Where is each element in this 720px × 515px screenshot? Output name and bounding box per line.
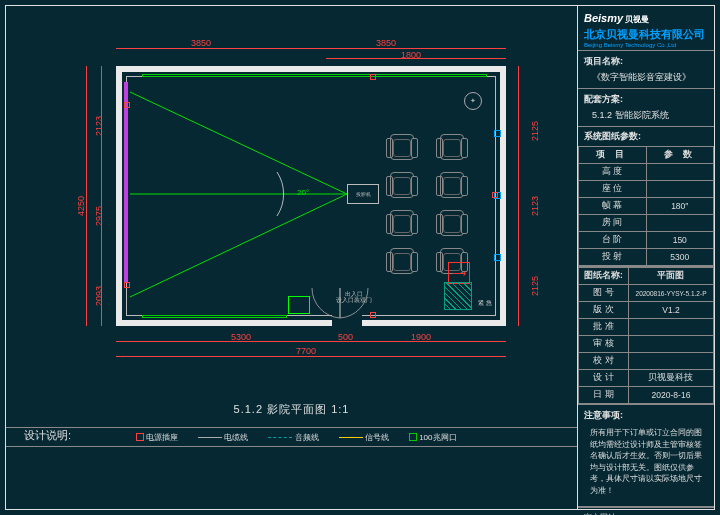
speaker-right-1: [494, 130, 501, 137]
dim-top-a: 3850: [191, 38, 211, 48]
param-v: [646, 215, 714, 232]
outlet: [370, 74, 376, 80]
legend-net: 100兆网口: [409, 432, 457, 443]
project-label: 项目名称:: [584, 55, 708, 68]
outlet: [124, 102, 130, 108]
dim-top-c: 1800: [401, 50, 421, 60]
logo-brand: Beismy: [584, 12, 623, 24]
sheet-v: 2020-8-16: [628, 387, 713, 404]
notes-cell: 注意事项: 所有用于下订单或订立合同的图纸均需经过设计师及主管审核签名确认后才生…: [578, 405, 714, 507]
drawing-title: 5.1.2 影院平面图 1:1: [6, 402, 577, 417]
param-v: 180″: [646, 198, 714, 215]
hatch-label: 紧 急: [478, 299, 492, 308]
outlet: [370, 312, 376, 318]
legend-audio: 音频线: [268, 432, 318, 443]
dim-top-b: 3850: [376, 38, 396, 48]
sheet-v: [628, 353, 713, 370]
door-label: 出入口设入口装双门: [332, 291, 376, 304]
legend-cable: 电缆线: [198, 432, 248, 443]
dim-line-left: [86, 66, 87, 326]
sheet-k: 校 对: [579, 353, 629, 370]
params-label: 系统图纸参数:: [578, 130, 714, 146]
param-k: 投 射: [579, 249, 647, 266]
param-v: 5300: [646, 249, 714, 266]
dim-left-a: 2123: [94, 116, 104, 136]
dim-line-bot1: [116, 341, 506, 342]
dim-bot-b: 500: [338, 332, 353, 342]
project-value: 《数字智能影音室建设》: [584, 71, 708, 84]
dim-right-a: 2125: [530, 121, 540, 141]
dim-line-top: [116, 48, 506, 49]
room-outline: 20° 投影机: [116, 66, 506, 326]
params-head-item: 项 目: [579, 147, 647, 164]
floor-hatch: [444, 282, 472, 310]
dim-bot-total: 7700: [296, 346, 316, 356]
sheet-k: 日 期: [579, 387, 629, 404]
sheet-k: 批 准: [579, 319, 629, 336]
seat: [440, 172, 464, 198]
projection-screen: [124, 82, 128, 282]
dim-left-b: 4250: [76, 196, 86, 216]
notes-body: 所有用于下订单或订立合同的图纸均需经过设计师及主管审核签名确认后才生效。否则一切…: [584, 422, 708, 502]
logo: Beismy贝视曼: [584, 12, 708, 25]
dim-left-c: 2975: [94, 206, 104, 226]
dim-bot-c: 1900: [411, 332, 431, 342]
sheet-v: 20200816-YYSY-5.1.2-P: [628, 285, 713, 302]
param-k: 帧 幕: [579, 198, 647, 215]
params-cell: 系统图纸参数: 项 目参 数 高 度 座 位 帧 幕180″ 房 间 台 阶15…: [578, 127, 714, 267]
dim-right-c: 2125: [530, 276, 540, 296]
floor-box: [288, 296, 310, 314]
dim-line-bot2: [116, 356, 506, 357]
drawing-frame: 3850 3850 1800 4250 2123 2975 2093 2125 …: [5, 5, 715, 510]
sheet-v: 贝视曼科技: [628, 370, 713, 387]
seat: [390, 210, 414, 236]
param-v: [646, 164, 714, 181]
scheme-value: 5.1.2 智能影院系统: [584, 109, 708, 122]
sheet-name-value: 平面图: [628, 268, 713, 285]
seat: [440, 134, 464, 160]
logo-brand-cn: 贝视曼: [625, 15, 649, 24]
company-name-cn: 北京贝视曼科技有限公司: [584, 27, 708, 42]
sheet-k: 审 核: [579, 336, 629, 353]
sheet-k: 版 次: [579, 302, 629, 319]
title-block-header: Beismy贝视曼 北京贝视曼科技有限公司 Beijing Beismy Tec…: [578, 6, 714, 51]
beam-angle: 20°: [297, 188, 309, 197]
rail-bottom-left: [142, 315, 287, 318]
params-table: 项 目参 数 高 度 座 位 帧 幕180″ 房 间 台 阶150 投 射530…: [578, 146, 714, 266]
company-name-en: Beijing Beismy Technology Co.,Ltd: [584, 42, 708, 48]
dim-right-b: 2123: [530, 196, 540, 216]
sheet-k: 图 号: [579, 285, 629, 302]
scheme-label: 配套方案:: [584, 93, 708, 106]
sheet-name-label: 图纸名称:: [579, 268, 629, 285]
seat: [390, 134, 414, 160]
seat: [440, 210, 464, 236]
dim-left-d: 2093: [94, 286, 104, 306]
wall-clock-icon: ✦: [464, 92, 482, 110]
dim-line-right: [518, 66, 519, 326]
param-k: 房 间: [579, 215, 647, 232]
main-column: 3850 3850 1800 4250 2123 2975 2093 2125 …: [6, 6, 577, 509]
params-head-val: 参 数: [646, 147, 714, 164]
legend-row: 电源插座 电缆线 音频线 信号线 100兆网口: [6, 427, 577, 447]
sheet-v: [628, 319, 713, 336]
seat: [390, 172, 414, 198]
outlet: [124, 282, 130, 288]
footer: 官方网站: http://www.beismy.com: [578, 507, 714, 515]
sheet-table: 图纸名称:平面图 图 号20200816-YYSY-5.1.2-P 版 次V1.…: [578, 267, 714, 404]
dim-bot-a: 5300: [231, 332, 251, 342]
legend-outlet: 电源插座: [136, 432, 178, 443]
param-v: 150: [646, 232, 714, 249]
seat: [390, 248, 414, 274]
exit-sign-icon: ⟶: [448, 262, 470, 284]
drawing-area: 3850 3850 1800 4250 2123 2975 2093 2125 …: [6, 6, 577, 509]
param-k: 座 位: [579, 181, 647, 198]
outlet: [492, 192, 498, 198]
rail-top: [142, 74, 487, 77]
legend-signal: 信号线: [339, 432, 389, 443]
title-block: Beismy贝视曼 北京贝视曼科技有限公司 Beijing Beismy Tec…: [577, 6, 714, 509]
sheet-k: 设 计: [579, 370, 629, 387]
scheme-cell: 配套方案: 5.1.2 智能影院系统: [578, 89, 714, 127]
notes-label: 注意事项:: [584, 409, 708, 422]
project-cell: 项目名称: 《数字智能影音室建设》: [578, 51, 714, 89]
sheet-v: V1.2: [628, 302, 713, 319]
